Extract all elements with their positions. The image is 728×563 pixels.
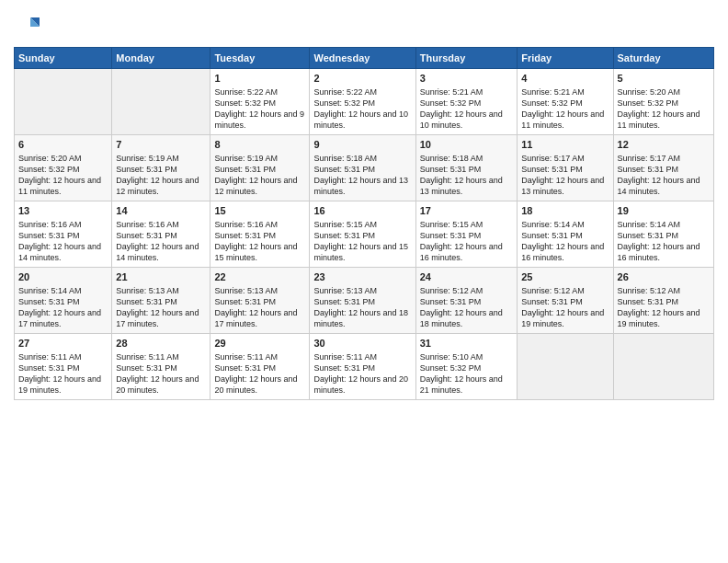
daylight-text: Daylight: 12 hours and 11 minutes. bbox=[521, 109, 604, 130]
sunrise-text: Sunrise: 5:12 AM bbox=[521, 286, 585, 295]
day-number: 19 bbox=[618, 204, 710, 218]
sunset-text: Sunset: 5:31 PM bbox=[18, 363, 80, 373]
calendar-body: 1Sunrise: 5:22 AMSunset: 5:32 PMDaylight… bbox=[15, 69, 714, 400]
header-cell-sunday: Sunday bbox=[15, 48, 112, 69]
day-number: 15 bbox=[214, 204, 305, 218]
calendar-cell: 12Sunrise: 5:17 AMSunset: 5:31 PMDayligh… bbox=[613, 135, 713, 201]
sunset-text: Sunset: 5:31 PM bbox=[313, 231, 375, 240]
calendar-cell: 22Sunrise: 5:13 AMSunset: 5:31 PMDayligh… bbox=[210, 268, 310, 334]
calendar-cell: 27Sunrise: 5:11 AMSunset: 5:31 PMDayligh… bbox=[15, 334, 112, 400]
calendar-cell: 1Sunrise: 5:22 AMSunset: 5:32 PMDaylight… bbox=[210, 69, 310, 135]
sunrise-text: Sunrise: 5:14 AM bbox=[618, 220, 681, 229]
header-cell-saturday: Saturday bbox=[613, 48, 713, 69]
sunset-text: Sunset: 5:31 PM bbox=[18, 297, 80, 306]
header-cell-tuesday: Tuesday bbox=[210, 48, 310, 69]
sunrise-text: Sunrise: 5:18 AM bbox=[420, 154, 483, 163]
calendar-cell bbox=[112, 69, 210, 135]
sunrise-text: Sunrise: 5:14 AM bbox=[18, 286, 82, 295]
calendar-cell bbox=[518, 334, 613, 400]
week-row-1: 1Sunrise: 5:22 AMSunset: 5:32 PMDaylight… bbox=[15, 69, 714, 135]
sunset-text: Sunset: 5:32 PM bbox=[313, 98, 375, 108]
sunset-text: Sunset: 5:31 PM bbox=[214, 231, 276, 240]
sunrise-text: Sunrise: 5:20 AM bbox=[618, 87, 681, 97]
sunrise-text: Sunrise: 5:21 AM bbox=[521, 87, 585, 97]
day-number: 23 bbox=[313, 270, 411, 284]
daylight-text: Daylight: 12 hours and 15 minutes. bbox=[214, 242, 297, 262]
day-number: 3 bbox=[420, 72, 513, 86]
daylight-text: Daylight: 12 hours and 20 minutes. bbox=[116, 374, 199, 395]
logo bbox=[14, 14, 43, 40]
sunset-text: Sunset: 5:31 PM bbox=[214, 363, 276, 373]
sunset-text: Sunset: 5:32 PM bbox=[214, 98, 276, 108]
day-number: 1 bbox=[214, 72, 305, 86]
sunrise-text: Sunrise: 5:11 AM bbox=[116, 352, 179, 362]
calendar-cell: 21Sunrise: 5:13 AMSunset: 5:31 PMDayligh… bbox=[112, 268, 210, 334]
sunset-text: Sunset: 5:31 PM bbox=[313, 165, 375, 174]
sunrise-text: Sunrise: 5:15 AM bbox=[313, 220, 377, 229]
daylight-text: Daylight: 12 hours and 16 minutes. bbox=[521, 242, 604, 262]
day-number: 8 bbox=[214, 138, 305, 152]
sunset-text: Sunset: 5:31 PM bbox=[214, 165, 276, 174]
day-number: 17 bbox=[420, 204, 513, 218]
day-number: 31 bbox=[420, 337, 513, 350]
sunset-text: Sunset: 5:31 PM bbox=[18, 231, 80, 240]
week-row-3: 13Sunrise: 5:16 AMSunset: 5:31 PMDayligh… bbox=[15, 201, 714, 268]
sunset-text: Sunset: 5:31 PM bbox=[420, 297, 482, 306]
day-number: 7 bbox=[116, 138, 206, 152]
sunset-text: Sunset: 5:31 PM bbox=[521, 165, 583, 174]
daylight-text: Daylight: 12 hours and 13 minutes. bbox=[313, 176, 408, 196]
sunrise-text: Sunrise: 5:10 AM bbox=[420, 352, 483, 362]
header-cell-wednesday: Wednesday bbox=[310, 48, 415, 69]
calendar-cell: 7Sunrise: 5:19 AMSunset: 5:31 PMDaylight… bbox=[112, 135, 210, 201]
calendar-cell: 11Sunrise: 5:17 AMSunset: 5:31 PMDayligh… bbox=[518, 135, 613, 201]
day-number: 25 bbox=[521, 270, 609, 284]
calendar-cell: 20Sunrise: 5:14 AMSunset: 5:31 PMDayligh… bbox=[15, 268, 112, 334]
day-number: 4 bbox=[521, 72, 609, 86]
sunset-text: Sunset: 5:31 PM bbox=[420, 165, 482, 174]
daylight-text: Daylight: 12 hours and 21 minutes. bbox=[420, 374, 503, 395]
sunset-text: Sunset: 5:32 PM bbox=[420, 363, 482, 373]
day-number: 30 bbox=[313, 337, 411, 350]
daylight-text: Daylight: 12 hours and 16 minutes. bbox=[420, 242, 503, 262]
sunrise-text: Sunrise: 5:12 AM bbox=[420, 286, 483, 295]
week-row-5: 27Sunrise: 5:11 AMSunset: 5:31 PMDayligh… bbox=[15, 334, 714, 400]
header-row: SundayMondayTuesdayWednesdayThursdayFrid… bbox=[15, 48, 714, 69]
daylight-text: Daylight: 12 hours and 11 minutes. bbox=[18, 176, 101, 196]
sunset-text: Sunset: 5:32 PM bbox=[618, 98, 679, 108]
day-number: 29 bbox=[214, 337, 305, 350]
daylight-text: Daylight: 12 hours and 18 minutes. bbox=[420, 308, 503, 328]
sunset-text: Sunset: 5:31 PM bbox=[116, 297, 177, 306]
daylight-text: Daylight: 12 hours and 17 minutes. bbox=[18, 308, 101, 328]
calendar-cell: 9Sunrise: 5:18 AMSunset: 5:31 PMDaylight… bbox=[310, 135, 415, 201]
sunrise-text: Sunrise: 5:16 AM bbox=[18, 220, 82, 229]
week-row-4: 20Sunrise: 5:14 AMSunset: 5:31 PMDayligh… bbox=[15, 268, 714, 334]
sunrise-text: Sunrise: 5:15 AM bbox=[420, 220, 483, 229]
sunset-text: Sunset: 5:31 PM bbox=[521, 297, 583, 306]
calendar-cell: 14Sunrise: 5:16 AMSunset: 5:31 PMDayligh… bbox=[112, 201, 210, 268]
calendar-cell: 2Sunrise: 5:22 AMSunset: 5:32 PMDaylight… bbox=[310, 69, 415, 135]
day-number: 12 bbox=[618, 138, 710, 152]
day-number: 20 bbox=[18, 270, 108, 284]
calendar-cell: 3Sunrise: 5:21 AMSunset: 5:32 PMDaylight… bbox=[415, 69, 517, 135]
sunset-text: Sunset: 5:31 PM bbox=[116, 165, 177, 174]
calendar-cell: 30Sunrise: 5:11 AMSunset: 5:31 PMDayligh… bbox=[310, 334, 415, 400]
sunrise-text: Sunrise: 5:16 AM bbox=[116, 220, 179, 229]
daylight-text: Daylight: 12 hours and 14 minutes. bbox=[116, 242, 199, 262]
day-number: 5 bbox=[618, 72, 710, 86]
sunrise-text: Sunrise: 5:21 AM bbox=[420, 87, 483, 97]
day-number: 13 bbox=[18, 204, 108, 218]
sunrise-text: Sunrise: 5:18 AM bbox=[313, 154, 377, 163]
day-number: 22 bbox=[214, 270, 305, 284]
sunset-text: Sunset: 5:31 PM bbox=[420, 231, 482, 240]
daylight-text: Daylight: 12 hours and 19 minutes. bbox=[618, 308, 700, 328]
sunrise-text: Sunrise: 5:19 AM bbox=[214, 154, 278, 163]
calendar-cell: 23Sunrise: 5:13 AMSunset: 5:31 PMDayligh… bbox=[310, 268, 415, 334]
sunset-text: Sunset: 5:31 PM bbox=[313, 297, 375, 306]
sunset-text: Sunset: 5:31 PM bbox=[313, 363, 375, 373]
sunset-text: Sunset: 5:31 PM bbox=[521, 231, 583, 240]
sunrise-text: Sunrise: 5:19 AM bbox=[116, 154, 179, 163]
sunset-text: Sunset: 5:32 PM bbox=[521, 98, 583, 108]
sunrise-text: Sunrise: 5:16 AM bbox=[214, 220, 278, 229]
day-number: 16 bbox=[313, 204, 411, 218]
header-cell-friday: Friday bbox=[518, 48, 613, 69]
